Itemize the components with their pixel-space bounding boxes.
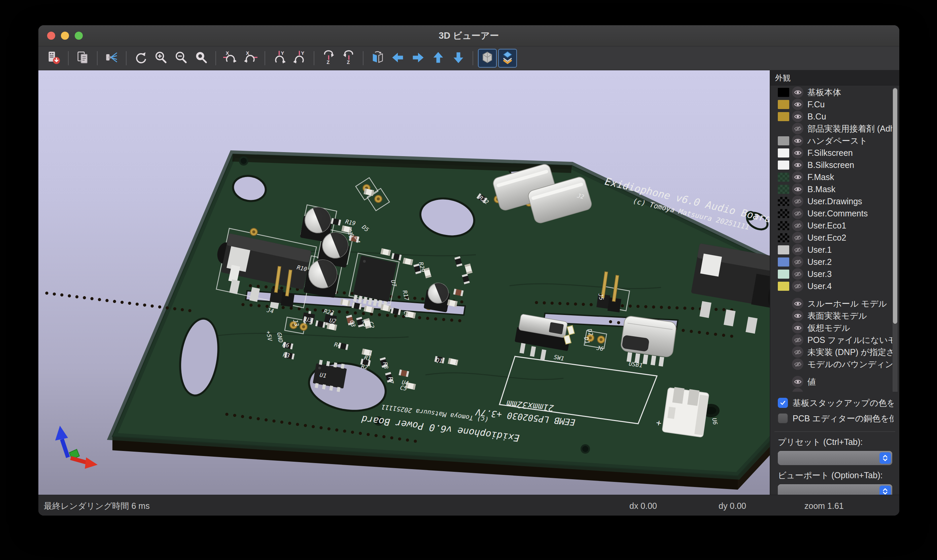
layer-label: 部品実装用接着剤 (Adhesive) <box>808 123 892 134</box>
eye-icon[interactable] <box>792 171 803 183</box>
rotate-y-ccw-button[interactable]: Y <box>290 49 309 68</box>
chevron-up-down-icon[interactable] <box>879 452 891 464</box>
rotate-z-ccw-button[interactable]: Z <box>339 49 358 68</box>
layer-row[interactable]: 値 <box>771 375 899 388</box>
layer-row[interactable]: 表面実装モデル <box>771 309 899 322</box>
raytracing-render-button[interactable] <box>102 49 121 68</box>
board-canvas[interactable]: Exidiophone v6.0 Audio Board(c) Tomoya M… <box>38 70 770 495</box>
eye-off-icon[interactable] <box>792 208 803 219</box>
layer-row[interactable]: User.Drawings <box>771 195 899 207</box>
layer-row[interactable]: User.3 <box>771 268 899 280</box>
layer-color-swatch[interactable] <box>778 185 789 194</box>
layer-row[interactable]: User.Eco1 <box>771 219 899 232</box>
layer-row[interactable] <box>771 388 899 392</box>
eye-off-icon[interactable] <box>792 334 803 346</box>
eye-icon[interactable] <box>792 86 803 98</box>
rotate-x-ccw-button[interactable]: X <box>241 49 260 68</box>
zoom-fit-button[interactable] <box>192 49 211 68</box>
ortho-cube-icon <box>480 50 495 66</box>
eye-off-icon[interactable] <box>792 220 803 231</box>
eye-off-icon[interactable] <box>792 195 803 207</box>
layer-color-swatch[interactable] <box>778 197 789 206</box>
layer-row[interactable]: F.Cu <box>771 98 899 111</box>
layer-color-swatch[interactable] <box>778 257 789 266</box>
layer-row[interactable]: B.Cu <box>771 111 899 123</box>
eye-icon[interactable] <box>792 147 803 158</box>
rotate-x-cw-button[interactable]: X <box>221 49 240 68</box>
eye-off-icon[interactable] <box>792 346 803 358</box>
checkbox-checked[interactable] <box>778 398 788 408</box>
appearance-panel-button[interactable] <box>498 49 517 68</box>
copy-image-button[interactable] <box>73 49 92 68</box>
layer-row[interactable]: F.Silkscreen <box>771 147 899 159</box>
eye-off-icon[interactable] <box>792 268 803 280</box>
eye-off-icon[interactable] <box>792 232 803 243</box>
eye-icon[interactable] <box>792 183 803 195</box>
checkbox-unchecked[interactable] <box>778 413 788 423</box>
layer-color-swatch[interactable] <box>778 148 789 157</box>
layer-row[interactable]: User.1 <box>771 244 899 256</box>
layer-color-swatch[interactable] <box>778 112 789 121</box>
pan-down-button[interactable] <box>449 49 468 68</box>
eye-icon[interactable] <box>792 135 803 146</box>
layer-color-swatch[interactable] <box>778 136 789 145</box>
layer-row[interactable]: モデルのバウンディングボックス <box>771 358 899 370</box>
pan-right-button[interactable] <box>409 49 428 68</box>
rotate-y-cw-button[interactable]: Y <box>270 49 289 68</box>
eye-off-icon[interactable] <box>792 358 803 370</box>
arrow-right-icon <box>411 50 425 66</box>
layer-row[interactable]: 仮想モデル <box>771 322 899 334</box>
layer-color-swatch[interactable] <box>778 269 789 278</box>
layer-row[interactable]: F.Mask <box>771 171 899 183</box>
layer-row[interactable]: User.4 <box>771 280 899 292</box>
layer-color-swatch[interactable] <box>778 88 789 97</box>
zoom-out-button[interactable] <box>172 49 191 68</box>
layer-color-swatch[interactable] <box>778 233 789 242</box>
layer-row[interactable]: User.Comments <box>771 207 899 219</box>
layer-row[interactable]: ハンダペースト <box>771 135 899 147</box>
eye-icon[interactable] <box>792 159 803 171</box>
layer-color-swatch[interactable] <box>778 173 789 182</box>
eye-icon[interactable] <box>792 322 803 334</box>
raytrace-icon <box>104 50 119 66</box>
flip-board-button[interactable] <box>368 49 387 68</box>
layer-color-swatch[interactable] <box>778 245 789 254</box>
preset-select[interactable] <box>778 451 892 465</box>
layer-color-swatch[interactable] <box>778 282 789 291</box>
eye-off-icon[interactable] <box>792 256 803 268</box>
layer-row[interactable]: POS ファイルにないモデル <box>771 334 899 346</box>
eye-off-icon[interactable] <box>792 244 803 255</box>
rotate-y-cw-icon: Y <box>272 50 287 66</box>
layer-row[interactable]: B.Mask <box>771 183 899 195</box>
layer-color-swatch[interactable] <box>778 221 789 230</box>
pan-left-button[interactable] <box>388 49 407 68</box>
eye-icon[interactable] <box>792 111 803 122</box>
layer-row[interactable]: User.Eco2 <box>771 232 899 244</box>
eye-icon[interactable] <box>792 98 803 110</box>
zoom-in-button[interactable] <box>151 49 170 68</box>
layer-row[interactable]: 基板本体 <box>771 86 899 98</box>
layer-color-swatch[interactable] <box>778 100 789 109</box>
swatch-spacer <box>778 389 789 392</box>
eye-icon[interactable] <box>792 388 803 392</box>
layer-row[interactable]: 部品実装用接着剤 (Adhesive) <box>771 123 899 135</box>
svg-text:Y: Y <box>301 51 304 56</box>
ortho-projection-button[interactable] <box>478 49 497 68</box>
pan-up-button[interactable] <box>429 49 448 68</box>
layer-row[interactable]: スルーホール モデル <box>771 297 899 309</box>
eye-off-icon[interactable] <box>792 280 803 292</box>
eye-icon[interactable] <box>792 310 803 322</box>
layer-row[interactable]: B.Silkscreen <box>771 159 899 171</box>
layer-row[interactable]: 未実装 (DNP) が指定されたモデル <box>771 346 899 358</box>
redraw-button[interactable] <box>131 49 150 68</box>
layer-color-swatch[interactable] <box>778 160 789 169</box>
eye-icon[interactable] <box>792 298 803 309</box>
export-board-image-button[interactable] <box>45 49 63 68</box>
3d-viewport[interactable]: Exidiophone v6.0 Audio Board(c) Tomoya M… <box>38 70 770 495</box>
eye-icon[interactable] <box>792 376 803 387</box>
layer-color-swatch[interactable] <box>778 209 789 218</box>
layer-row[interactable]: User.2 <box>771 256 899 268</box>
eye-off-icon[interactable] <box>792 123 803 134</box>
scrollbar-thumb[interactable] <box>893 88 897 324</box>
rotate-z-cw-button[interactable]: Z <box>319 49 338 68</box>
